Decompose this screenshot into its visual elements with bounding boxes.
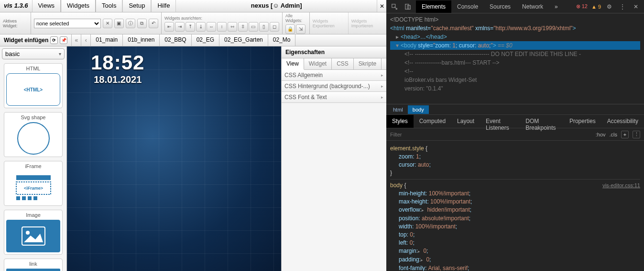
app-title: vis 1.3.6	[0, 0, 32, 12]
prop-tab-css[interactable]: CSS	[332, 58, 354, 69]
all-widgets-group: Alle Widgets: 🔒 ⇲	[283, 12, 310, 34]
copy-icon[interactable]: ⧉	[137, 19, 147, 28]
widget-palette: basic HTML <HTML> Svg shape iFrame <iFra…	[0, 46, 67, 271]
same-height-icon[interactable]: ▯	[259, 22, 269, 32]
menubar: vis 1.3.6 Views Widgets Tools Setup Hilf…	[0, 0, 386, 12]
undo-icon[interactable]: ↶	[149, 19, 158, 28]
info-icon[interactable]: ⓘ	[126, 19, 135, 28]
stab-dombp[interactable]: DOM Breakpoints	[520, 115, 564, 128]
devtab-console[interactable]: Console	[451, 0, 484, 13]
bc-body[interactable]: body	[408, 105, 429, 114]
gear-icon[interactable]: ⚙	[604, 1, 614, 12]
lock-icon[interactable]: 🔒	[285, 24, 295, 34]
devtab-sources[interactable]: Sources	[484, 0, 516, 13]
svg-rect-5	[28, 196, 32, 200]
palette-html[interactable]: HTML <HTML>	[4, 63, 63, 108]
unlock-icon[interactable]: ⇲	[296, 24, 306, 34]
devtab-more-icon[interactable]: »	[549, 0, 564, 13]
align-vcenter-icon[interactable]: ↕	[217, 22, 227, 32]
toolbar: Aktives Widget: none selected ✕ ▣ ⓘ ⧉ ↶ …	[0, 12, 386, 34]
clock-date: 18.01.2021	[91, 74, 144, 85]
stab-a11y[interactable]: Accessibility	[601, 115, 644, 128]
device-icon[interactable]	[403, 1, 413, 12]
devtab-network[interactable]: Network	[516, 0, 549, 13]
cls-toggle[interactable]: .cls	[610, 132, 618, 137]
devtab-elements[interactable]: Elements	[416, 0, 451, 13]
stab-styles[interactable]: Styles	[386, 115, 414, 128]
palette-image[interactable]: Image	[4, 210, 63, 255]
stab-computed[interactable]: Computed	[414, 115, 451, 128]
dom-tree[interactable]: <!DOCTYPE html> <html manifest="cache.ma…	[386, 13, 644, 104]
devtools: Elements Console Sources Network » ⊗ 12 …	[386, 0, 644, 271]
menu-widgets[interactable]: Widgets	[61, 0, 96, 12]
view-tab-02-mo[interactable]: 02_Mo	[268, 34, 296, 46]
hov-toggle[interactable]: :hov	[596, 132, 606, 137]
view-tab-01b-innen[interactable]: 01b_innen	[123, 34, 160, 46]
view-tabs: « ‹ 01_main 01b_innen 02_BBQ 02_EG 02_EG…	[72, 34, 386, 46]
svg-rect-10	[405, 4, 409, 9]
dist-h-icon[interactable]: ⇿	[228, 22, 237, 32]
error-badge[interactable]: ⊗ 12	[576, 3, 588, 10]
prop-tab-view[interactable]: View	[282, 58, 304, 70]
align-right-icon[interactable]: ⇥	[175, 22, 185, 32]
view-tab-01-main[interactable]: 01_main	[91, 34, 123, 46]
align-hcenter-icon[interactable]: ↔	[207, 22, 216, 32]
selected-node[interactable]: ▾<body style="zoom: 1; cursor: auto;"> =…	[390, 41, 640, 50]
category-select[interactable]: basic	[2, 48, 65, 59]
palette-svg-shape[interactable]: Svg shape	[4, 112, 63, 157]
stab-props[interactable]: Properties	[564, 115, 601, 128]
bc-html[interactable]: html	[388, 105, 408, 114]
svg-rect-7	[22, 227, 45, 245]
new-style-icon[interactable]: +	[621, 131, 629, 138]
active-widget-select[interactable]: none selected	[34, 19, 101, 28]
devtools-close-icon[interactable]: ✕	[631, 1, 641, 12]
align-top-icon[interactable]: ⤒	[186, 22, 195, 32]
delete-widget-icon[interactable]: ✕	[103, 19, 112, 28]
view-tab-02-bbq[interactable]: 02_BBQ	[160, 34, 191, 46]
close-icon[interactable]: ✕	[377, 0, 386, 12]
same-size-icon[interactable]: ◻	[270, 22, 279, 32]
dist-v-icon[interactable]: ⇳	[238, 22, 248, 32]
workspace-title: nexus [☺ Admin]	[176, 0, 377, 12]
export-button[interactable]: Widgets Exportieren	[310, 12, 349, 34]
acc-css-allgemein[interactable]: CSS Allgemein	[282, 70, 386, 81]
import-button[interactable]: Widgets Importieren	[349, 12, 386, 34]
prop-tab-widget[interactable]: Widget	[304, 58, 332, 69]
prop-tab-skripte[interactable]: Skripte	[354, 58, 382, 69]
pin-icon[interactable]: 📌	[60, 36, 67, 44]
clipboard-icon[interactable]: ▣	[114, 19, 124, 28]
svg-point-8	[26, 231, 30, 235]
menu-setup[interactable]: Setup	[122, 0, 151, 12]
nav-prev-icon[interactable]: ‹	[81, 34, 91, 46]
clock-time: 18:52	[91, 51, 144, 74]
dom-breadcrumb: html body	[386, 104, 644, 115]
palette-iframe[interactable]: iFrame <iFrame>	[4, 161, 63, 206]
styles-more-icon[interactable]: ⋮	[633, 131, 640, 138]
main-content: basic HTML <HTML> Svg shape iFrame <iFra…	[0, 46, 386, 271]
menu-tools[interactable]: Tools	[96, 0, 122, 12]
css-rules[interactable]: element.style { zoom: 1; cursor: auto; }…	[386, 141, 644, 271]
status-badges[interactable]: ⊗ 12 ▲ 9	[576, 3, 601, 10]
stab-layout[interactable]: Layout	[451, 115, 480, 128]
clock-widget[interactable]: 18:52 18.01.2021	[91, 51, 144, 85]
canvas[interactable]: 18:52 18.01.2021	[67, 46, 281, 271]
nav-first-icon[interactable]: «	[72, 34, 81, 46]
view-tab-02-eg[interactable]: 02_EG	[192, 34, 219, 46]
kebab-icon[interactable]: ⋮	[617, 1, 628, 12]
styles-filter-input[interactable]	[390, 132, 592, 137]
inspect-icon[interactable]	[389, 1, 400, 12]
same-width-icon[interactable]: ▭	[249, 22, 258, 32]
view-tab-02-eg-garten[interactable]: 02_EG_Garten	[219, 34, 268, 46]
align-left-icon[interactable]: ⇤	[164, 22, 174, 32]
align-bottom-icon[interactable]: ⤓	[196, 22, 206, 32]
menu-views[interactable]: Views	[32, 0, 61, 12]
menu-help[interactable]: Hilfe	[151, 0, 176, 12]
acc-css-hintergrund[interactable]: CSS Hintergrund (background-...)	[282, 81, 386, 92]
acc-css-font[interactable]: CSS Font & Text	[282, 92, 386, 103]
palette-link[interactable]: link www.link.net	[4, 259, 63, 271]
warning-badge[interactable]: ▲ 9	[591, 4, 601, 10]
stab-events[interactable]: Event Listeners	[480, 115, 520, 128]
row3: Widget einfügen ⟳ 📌 « ‹ 01_main 01b_inne…	[0, 34, 386, 46]
refresh-icon[interactable]: ⟳	[50, 36, 58, 44]
source-link[interactable]: vis-editor.css:11	[602, 181, 640, 190]
